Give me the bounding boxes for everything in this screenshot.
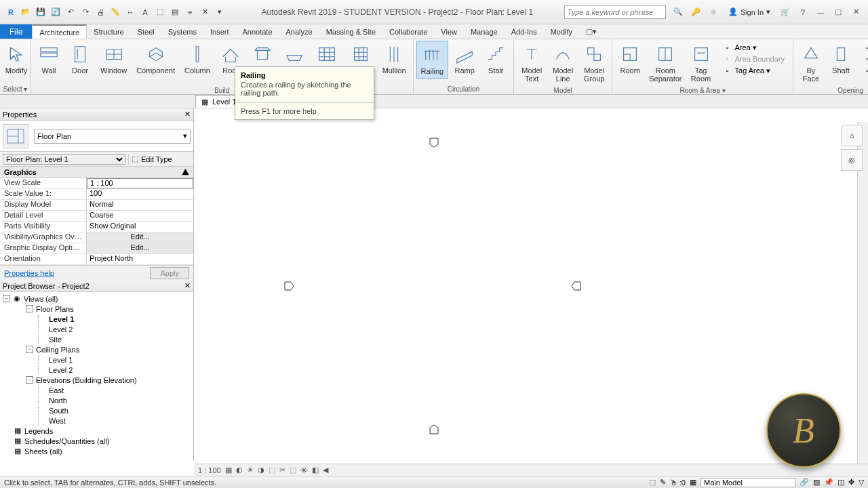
wall-button[interactable]: ▫Wall (860, 42, 868, 53)
model-group-button[interactable]: ModelGroup (579, 41, 609, 85)
rendering-icon[interactable]: ⬚ (269, 466, 275, 474)
by-face-button[interactable]: ByFace (796, 41, 826, 85)
text-icon[interactable]: A (140, 7, 151, 18)
graphics-group-header[interactable]: Graphics⯅ (0, 167, 193, 178)
tree-node[interactable]: West (0, 415, 193, 426)
tree-root[interactable]: −◉Views (all) (0, 293, 193, 304)
elevation-marker-east[interactable] (571, 281, 582, 291)
tree-node[interactable]: ▦Legends (0, 426, 193, 436)
mullion-button[interactable]: Mullion (378, 41, 410, 77)
close-views-icon[interactable]: ✕ (199, 7, 210, 18)
tree-node[interactable]: ▦Schedules/Quantities (all) (0, 436, 193, 446)
stair-button[interactable]: Stair (481, 41, 511, 77)
model-line-button[interactable]: ModelLine (548, 41, 578, 85)
nav-wheel-icon[interactable]: ◎ (841, 149, 863, 171)
ribbon-expand-icon[interactable]: ▢▾ (579, 24, 604, 39)
open-icon[interactable]: 📂 (20, 7, 31, 18)
minimize-icon[interactable]: — (814, 5, 827, 19)
tab-add-ins[interactable]: Add-Ins (505, 24, 544, 39)
prop-row[interactable]: Display ModelNormal (0, 200, 193, 211)
expand-icon[interactable]: − (3, 295, 10, 302)
section-icon[interactable]: ▤ (170, 7, 180, 18)
switch-win-icon[interactable]: ▾ (214, 7, 225, 18)
navigation-bar[interactable]: ⌂ ◎ (841, 125, 865, 171)
tab-architecture[interactable]: Architecture (32, 24, 87, 39)
drawing-canvas[interactable] (194, 122, 857, 464)
properties-type-selector[interactable]: Floor Plan▾ (0, 121, 193, 152)
select-underlay-icon[interactable]: ▨ (813, 478, 820, 487)
save-icon[interactable]: 💾 (35, 7, 46, 18)
expand-icon[interactable]: - (26, 346, 33, 353)
scale-control[interactable]: 1 : 100 (198, 466, 221, 474)
worksets-icon[interactable]: ⬚ (649, 478, 656, 487)
project-browser[interactable]: −◉Views (all) -Floor PlansLevel 1Level 2… (0, 292, 193, 461)
tab-structure[interactable]: Structure (87, 24, 131, 39)
design-options-icon[interactable]: ▦ (690, 478, 696, 487)
tab-annotate[interactable]: Annotate (235, 24, 279, 39)
favorite-icon[interactable]: ☆ (707, 5, 720, 19)
dormer-button[interactable]: ▫Dormer (860, 65, 868, 76)
tab-collaborate[interactable]: Collaborate (382, 24, 434, 39)
instance-select[interactable]: Floor Plan: Level 1 (3, 154, 125, 165)
properties-help-link[interactable]: Properties help (4, 269, 54, 277)
wall-button[interactable]: Wall (34, 41, 64, 77)
undo-icon[interactable]: ↶ (65, 7, 76, 18)
redo-icon[interactable]: ↷ (80, 7, 91, 18)
tab-modify[interactable]: Modify (544, 24, 579, 39)
detail-level-icon[interactable]: ▦ (225, 466, 232, 474)
apply-button[interactable]: Apply (150, 267, 189, 279)
column-button[interactable]: Column (180, 41, 214, 77)
prop-row[interactable]: OrientationProject North (0, 254, 193, 265)
prop-row[interactable]: Graphic Display OptionsEdit... (0, 243, 193, 254)
railing-button[interactable]: Railing (416, 41, 449, 79)
select-face-icon[interactable]: ◫ (837, 478, 844, 487)
filter-icon[interactable]: ▽ (859, 478, 864, 487)
infocenter-icon[interactable]: 🔍 (671, 5, 685, 19)
prop-row[interactable]: Scale Value 1:100 (0, 189, 193, 200)
tree-node[interactable]: -Floor Plans (0, 304, 193, 314)
help-icon[interactable]: ? (796, 5, 810, 19)
model-text-button[interactable]: ModelText (517, 41, 547, 85)
tree-node[interactable]: -Ceiling Plans (0, 344, 193, 354)
sun-path-icon[interactable]: ☀ (247, 466, 254, 474)
tab-view[interactable]: View (434, 24, 464, 39)
select-group-label[interactable]: Select ▾ (3, 84, 28, 94)
edit-type-button[interactable]: ⬚Edit Type (129, 155, 175, 163)
select-pinned-icon[interactable]: 📌 (824, 478, 833, 487)
tree-node[interactable]: South (0, 405, 193, 415)
search-input[interactable] (564, 5, 666, 19)
maximize-icon[interactable]: ▢ (831, 5, 845, 19)
file-tab[interactable]: File (0, 24, 32, 39)
tree-node[interactable]: Level 1 (0, 354, 193, 365)
tab-insert[interactable]: Insert (203, 24, 236, 39)
main-model-input[interactable] (701, 478, 795, 487)
crop-icon[interactable]: ✂ (279, 466, 285, 474)
properties-close-icon[interactable]: ✕ (184, 110, 191, 119)
window-button[interactable]: Window (96, 41, 131, 77)
prop-row[interactable]: Detail LevelCoarse (0, 211, 193, 222)
exchange-icon[interactable]: 🛒 (778, 5, 792, 19)
tab-massing-site[interactable]: Massing & Site (319, 24, 382, 39)
tree-node[interactable]: Level 1 (0, 314, 193, 324)
ramp-button[interactable]: Ramp (450, 41, 479, 77)
tree-node[interactable]: East (0, 385, 193, 395)
prop-row[interactable]: Parts VisibilityShow Original (0, 222, 193, 232)
thin-lines-icon[interactable]: ≡ (184, 7, 195, 18)
measure-icon[interactable]: 📏 (110, 7, 121, 18)
tree-node[interactable]: -Elevations (Building Elevation) (0, 375, 193, 385)
nav-left-icon[interactable]: ◀ (323, 466, 328, 474)
tree-node[interactable]: Level 2 (0, 365, 193, 375)
select-links-icon[interactable]: 🔗 (800, 478, 809, 487)
signin-button[interactable]: 👤 Sign In ▾ (724, 7, 774, 16)
tab-analyze[interactable]: Analyze (279, 24, 319, 39)
browser-close-icon[interactable]: ✕ (184, 281, 191, 290)
tree-node[interactable]: Level 2 (0, 324, 193, 334)
print-icon[interactable]: 🖨 (95, 7, 106, 18)
viewcube-icon[interactable]: ⌂ (841, 125, 863, 146)
3d-icon[interactable]: ⬚ (155, 7, 165, 18)
prop-row[interactable]: Visibility/Graphics Overrid...Edit... (0, 232, 193, 243)
tab-systems[interactable]: Systems (161, 24, 203, 39)
area-▾-button[interactable]: ▫Area ▾ (720, 42, 787, 53)
tree-node[interactable]: North (0, 395, 193, 405)
shadows-icon[interactable]: ◑ (258, 466, 264, 474)
